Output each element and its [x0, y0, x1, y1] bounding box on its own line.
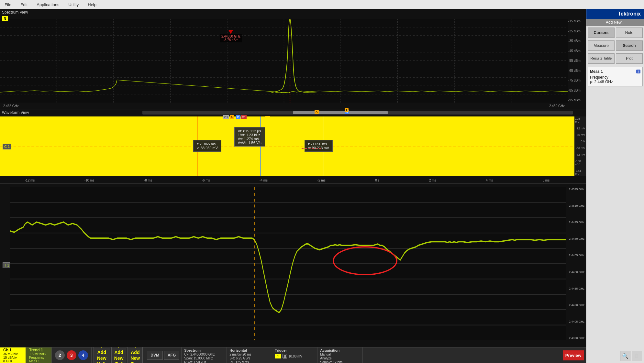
time-label-4: -6 ms: [202, 179, 210, 182]
ch1-vdiv: 36 mV/div: [3, 352, 22, 356]
meas1-title: Meas 1: [590, 69, 603, 74]
acquisition-status: Acquisition Manual Analyze Sample: 12 bi…: [317, 347, 363, 363]
note-button[interactable]: Note: [616, 28, 643, 38]
trend-right-scale: 2.4525 GHz 2.4510 GHz 2.4495 GHz 2.4480 …: [566, 187, 586, 340]
spectrum-cf: CF: 2.44500000 GHz: [184, 353, 224, 356]
trend-scale-5: 2.4465 GHz: [569, 254, 584, 257]
time-label-7: 0 s: [375, 179, 379, 182]
horizontal-rl: RL: 125 Mpts: [229, 360, 269, 363]
cursor-c1-badge: C1: [223, 115, 229, 119]
trend-scale-6: 2.4450 GHz: [569, 270, 584, 274]
trend1-label: Trend 1: [29, 348, 48, 352]
preview-area: Preview: [561, 347, 586, 363]
brand-header: Tektronix: [586, 9, 644, 19]
waveform-canvas: [0, 116, 574, 176]
spectrum-y-label-7: -75 dBm: [568, 79, 585, 82]
trend-svg: [10, 187, 566, 340]
bottom-right-controls: 🔍 🗑: [586, 349, 644, 363]
horizontal-status-title: Horizontal: [229, 348, 269, 352]
waveform-view-title: Waveform View: [2, 110, 29, 115]
spectrum-y-label-6: -65 dBm: [568, 69, 585, 72]
menu-edit[interactable]: Edit: [18, 2, 29, 8]
menu-utility[interactable]: Utility: [66, 2, 81, 8]
spectrum-freq-start: 2.438 GHz: [3, 104, 19, 108]
ch4-button[interactable]: 4: [78, 350, 88, 360]
wf-scale-7: -108 mV: [575, 160, 585, 166]
c1-channel-badge: C 1: [3, 144, 11, 149]
delete-button[interactable]: 🗑: [632, 351, 642, 361]
trend-scale-7: 2.4435 GHz: [569, 287, 584, 290]
measure-button[interactable]: Measure: [588, 40, 615, 51]
plot-button[interactable]: Plot: [616, 53, 643, 64]
wf-scale-3: 36 mV: [577, 133, 585, 137]
trend-scale-2: 2.4510 GHz: [569, 204, 584, 207]
measure-search-row: Measure Search: [588, 40, 643, 51]
spectrum-view-title: Spectrum View: [2, 10, 28, 15]
trend1-status[interactable]: Trend 1 1.5 MHz/div Frequency Meas 1: [26, 347, 52, 363]
cursor-a-badge: A: [230, 115, 234, 119]
results-table-button[interactable]: Results Table: [588, 53, 615, 64]
time-label-9: 4 ms: [486, 179, 493, 182]
horizontal-sr: 2 ms/div 20 ms: [229, 353, 269, 356]
spectrum-view: Spectrum View N -15 dBm -25 dBm -35 dBm …: [0, 9, 586, 109]
afg-button[interactable]: AFG: [164, 351, 179, 360]
spectrum-y-label-2: -25 dBm: [568, 29, 585, 33]
spectrum-svg: [0, 19, 568, 103]
meas1-value: μ: 2.448 GHz: [590, 80, 640, 84]
status-bar: Ch 1 36 mV/div 10 dB/div 8 GHz Trend 1 1…: [0, 347, 586, 363]
trend1-v1: 1.5 MHz/div: [29, 352, 48, 356]
spectrum-y-label-1: -15 dBm: [568, 19, 585, 23]
trend-canvas: [10, 187, 566, 340]
trend-scale-8: 2.4420 GHz: [569, 303, 584, 307]
wf-scale-4: 0 V: [581, 140, 585, 143]
waveform-scrollbar[interactable]: A B T: [142, 111, 573, 115]
trend-scale-1: 2.4525 GHz: [569, 188, 584, 191]
spectrum-y-label-3: -35 dBm: [568, 39, 585, 43]
meas1-badge: 1: [636, 70, 640, 73]
menu-file[interactable]: File: [3, 2, 13, 8]
spectrum-n-badge: N: [2, 16, 8, 21]
meas1-type: Frequency: [590, 75, 640, 80]
trigger-status: Trigger 1 10.08 mV: [272, 347, 317, 363]
spectrum-canvas: 2.44530 GHz -8.78 dBm: [0, 19, 568, 103]
trigger-value: 10.08 mV: [288, 355, 302, 358]
ch1-status[interactable]: Ch 1 36 mV/div 10 dB/div 8 GHz: [0, 347, 26, 363]
cursors-note-row: Cursors Note: [588, 28, 643, 38]
ch2-button[interactable]: 2: [55, 350, 65, 360]
oscilloscope-area: Spectrum View N -15 dBm -25 dBm -35 dBm …: [0, 9, 586, 363]
trend1-v3: Meas 1: [29, 359, 48, 363]
trend1-v2: Frequency: [29, 356, 48, 359]
time-label-8: 2 ms: [429, 179, 436, 182]
zoom-in-button[interactable]: 🔍: [620, 351, 630, 361]
horizontal-status: Horizontal 2 ms/div 20 ms SR: 6.25 GS/s …: [227, 347, 272, 363]
cursor-t-scrollbar: T: [345, 108, 349, 112]
search-panel-button[interactable]: Search: [616, 40, 643, 51]
wf-scale-8: -144 mV: [575, 169, 585, 176]
results-plot-row: Results Table Plot: [588, 53, 643, 64]
ch3-button[interactable]: 3: [67, 350, 76, 360]
preview-button[interactable]: Preview: [563, 350, 584, 360]
menu-help[interactable]: Help: [86, 2, 98, 8]
trend-scale-3: 2.4495 GHz: [569, 221, 584, 224]
spectrum-y-label-8: -85 dBm: [568, 89, 585, 92]
menu-applications[interactable]: Applications: [35, 2, 61, 8]
trend-scale-4: 2.4480 GHz: [569, 237, 584, 240]
spectrum-freq-end: 2.450 GHz: [549, 104, 565, 108]
ch1-label: Ch 1: [3, 348, 22, 352]
time-label-6: -2 ms: [317, 179, 326, 182]
cursor-b-badge: B: [236, 115, 240, 119]
acquisition-v1: Manual: [320, 353, 360, 356]
trigger-coupling-badge: [283, 354, 287, 358]
time-label-5: -4 ms: [260, 179, 268, 182]
cursors-button[interactable]: Cursors: [588, 28, 615, 38]
ch1-dbdiv: 10 dB/div: [3, 356, 22, 359]
cursor-badges: C1 A B C1: [223, 115, 247, 119]
spectrum-y-label-9: -95 dBm: [568, 98, 585, 102]
time-label-1: -12 ms: [25, 179, 35, 182]
add-new-button[interactable]: Add New...: [586, 19, 644, 26]
cursor-dashed-connector: [302, 148, 321, 149]
trend-scale-9: 2.4405 GHz: [569, 320, 584, 323]
menubar: File Edit Applications Utility Help: [0, 0, 644, 9]
dvm-button[interactable]: DVM: [147, 351, 163, 360]
waveform-right-scale: 108 mV 72 mV 36 mV 0 V -36 mV -72 mV -10…: [574, 116, 586, 176]
